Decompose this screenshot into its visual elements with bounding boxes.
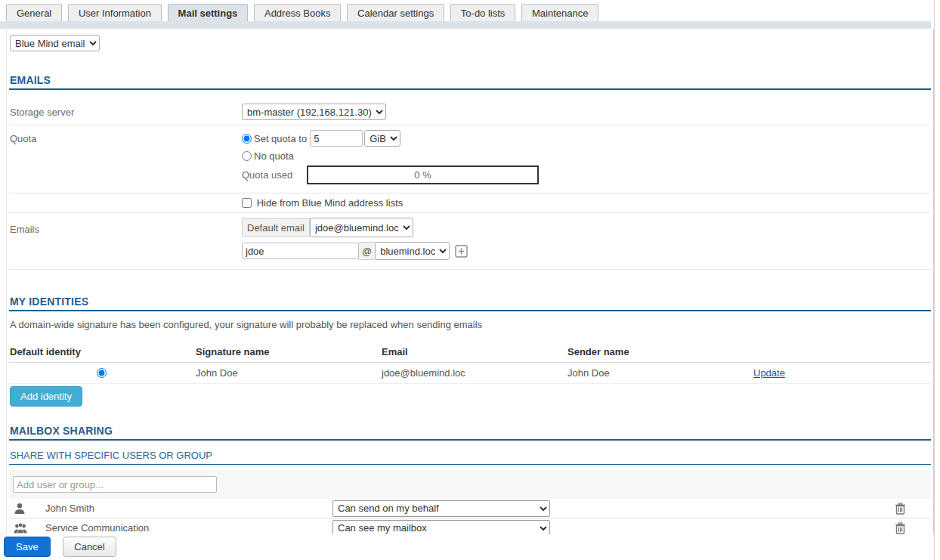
user-icon — [9, 503, 45, 515]
hide-from-address-lists-checkbox[interactable] — [242, 198, 252, 208]
delete-share-button[interactable] — [895, 503, 906, 515]
emails-section-title: EMAILS — [9, 59, 931, 90]
domain-signature-notice: A domain-wide signature has been configu… — [9, 311, 931, 333]
default-email-select[interactable]: jdoe@bluemind.loc — [310, 218, 413, 237]
update-identity-link[interactable]: Update — [753, 367, 785, 379]
identity-row: John Doe jdoe@bluemind.loc John Doe Upda… — [9, 363, 931, 384]
set-quota-radio[interactable] — [242, 134, 252, 144]
quota-used-label: Quota used — [242, 169, 307, 181]
identity-email: jdoe@bluemind.loc — [381, 363, 567, 384]
identity-signature-name: John Doe — [195, 363, 381, 384]
quota-used-meter: 0 % — [307, 166, 539, 184]
identities-section-title: MY IDENTITIES — [9, 280, 931, 311]
at-symbol: @ — [359, 242, 375, 260]
settings-tabbar: General User Information Mail settings A… — [0, 0, 940, 21]
delete-share-button[interactable] — [895, 522, 906, 534]
scrollbar-track[interactable] — [934, 0, 940, 560]
storage-server-label: Storage server — [9, 104, 242, 118]
quota-label: Quota — [9, 130, 242, 144]
share-entity-name: John Smith — [45, 503, 332, 514]
default-email-prefix-label: Default email — [242, 218, 310, 237]
tab-user-information[interactable]: User Information — [68, 4, 162, 21]
cancel-button[interactable]: Cancel — [63, 537, 116, 557]
mailbox-type-select[interactable]: Blue Mind email — [10, 35, 100, 51]
no-quota-radio[interactable] — [242, 151, 252, 161]
mailbox-sharing-section-title: MAILBOX SHARING — [9, 414, 931, 441]
column-sender-name: Sender name — [567, 342, 753, 363]
trash-icon — [895, 503, 906, 515]
column-signature-name: Signature name — [195, 342, 381, 363]
quota-value-input[interactable] — [310, 130, 363, 147]
column-default-identity: Default identity — [9, 342, 195, 363]
quota-unit-select[interactable]: GiB — [364, 130, 400, 147]
set-quota-label: Set quota to — [254, 133, 307, 144]
email-local-part-input[interactable] — [242, 243, 359, 259]
column-email: Email — [381, 342, 567, 363]
group-icon — [9, 522, 45, 534]
storage-server-select[interactable]: bm-master (192.168.121.30) — [242, 104, 386, 120]
tab-mail-settings[interactable]: Mail settings — [168, 4, 249, 21]
no-quota-label: No quota — [254, 150, 294, 162]
tab-address-books[interactable]: Address Books — [254, 4, 341, 21]
tab-todo-lists[interactable]: To-do lists — [450, 4, 516, 21]
footer-bar: Save Cancel — [0, 534, 940, 560]
identity-sender-name: John Doe — [567, 363, 753, 384]
quota-used-value: 0 % — [414, 169, 431, 181]
share-with-subtitle: SHARE WITH SPECIFIC USERS OR GROUP — [9, 441, 931, 465]
add-identity-button[interactable]: Add identity — [10, 386, 82, 407]
emails-label: Emails — [9, 218, 242, 235]
tab-calendar-settings[interactable]: Calendar settings — [347, 4, 444, 21]
tab-general[interactable]: General — [6, 4, 62, 21]
plus-icon — [455, 245, 468, 258]
trash-icon — [895, 522, 906, 534]
identities-table: Default identity Signature name Email Se… — [9, 342, 931, 384]
share-add-band — [9, 470, 931, 499]
permission-select-john-smith[interactable]: Can send on my behalf — [332, 500, 550, 517]
add-user-or-group-input[interactable] — [13, 476, 217, 493]
add-email-button[interactable] — [455, 245, 468, 258]
tabstrip-band — [0, 21, 931, 29]
share-entity-name: Service Communication — [45, 522, 332, 534]
tab-maintenance[interactable]: Maintenance — [521, 4, 598, 21]
column-actions — [753, 342, 931, 363]
mail-settings-panel: Blue Mind email EMAILS Storage server bm… — [6, 29, 934, 560]
share-row-john-smith: John Smith Can send on my behalf — [9, 499, 931, 518]
hide-from-address-lists-label: Hide from Blue Mind address lists — [257, 197, 404, 209]
save-button[interactable]: Save — [4, 537, 51, 557]
default-identity-radio[interactable] — [97, 368, 107, 378]
email-domain-select[interactable]: bluemind.loc — [375, 242, 450, 260]
